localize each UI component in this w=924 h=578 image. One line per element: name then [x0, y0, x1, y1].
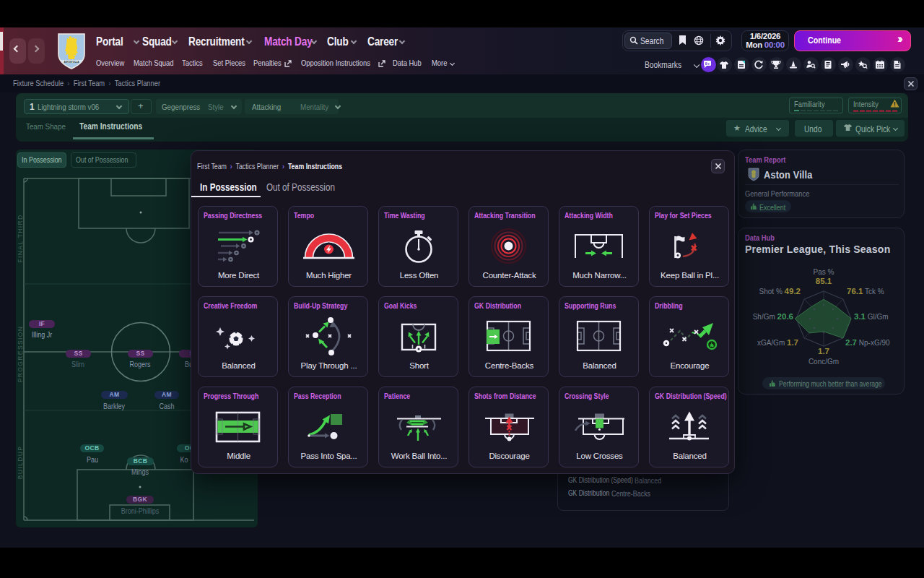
svg-text:9+: 9+	[705, 61, 710, 66]
svg-text:ASTON VILLA: ASTON VILLA	[64, 61, 79, 64]
